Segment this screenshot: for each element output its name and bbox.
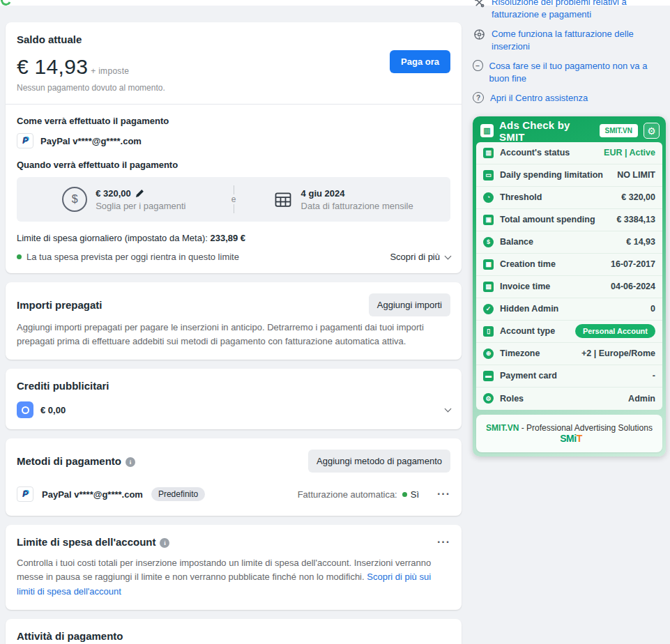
payment-when-title: Quando verrà effettuato il pagamento	[17, 160, 450, 170]
smit-logo-sm: SM	[560, 433, 574, 444]
help-link-label: Risoluzione dei problemi relativi a fatt…	[492, 0, 666, 20]
chevron-down-icon[interactable]	[445, 406, 452, 413]
methods-title: Metodi di pagamentoi	[17, 455, 135, 467]
row-label: Balance	[500, 237, 626, 247]
payment-method-name: PayPal v****@g****.com	[40, 136, 142, 146]
row-label: Account type	[500, 326, 575, 336]
billing-reel-icon	[473, 28, 485, 40]
activity-title: Attività di pagamento	[17, 630, 450, 642]
panel-row-account-status: ▥ Account's status EUR | Active	[476, 142, 662, 164]
add-payment-method-button[interactable]: Aggiungi metodo di pagamento	[308, 450, 450, 473]
panel-row-timezone: ⊕ Timezone +2 | Europe/Rome	[476, 343, 662, 365]
more-options-icon[interactable]: ···	[437, 540, 450, 544]
method-name: PayPal v****@g****.com	[42, 489, 143, 500]
payment-card-icon: ▬	[483, 371, 494, 381]
row-label: Account's status	[500, 148, 604, 158]
smit-footer-brand: SMIT.VN	[486, 423, 519, 433]
panel-row-threshold: ◔ Threshold € 320,00	[476, 187, 662, 209]
row-value: Admin	[628, 394, 655, 404]
help-link-troubleshooting[interactable]: Risoluzione dei problemi relativi a fatt…	[473, 0, 666, 20]
gear-icon[interactable]: ⚙	[644, 123, 660, 139]
id-card-icon: ▯	[483, 326, 494, 337]
help-link-how-billing-works[interactable]: Come funziona la fatturazione delle inse…	[473, 28, 666, 52]
info-icon[interactable]: i	[160, 538, 169, 548]
row-label: Creation time	[500, 259, 611, 269]
current-balance-card: Saldo attuale € 14,93+ imposte Nessun pa…	[6, 22, 462, 273]
panel-row-invoice-time: ▤ Invoice time 04-06-2024	[476, 276, 662, 298]
paypal-icon: P	[17, 133, 33, 148]
daily-limit-label: Limite di spesa giornaliero (impostato d…	[17, 233, 208, 243]
ads-check-body: ▥ Account's status EUR | Active ▭ Daily …	[476, 142, 662, 410]
balance-note: Nessun pagamento dovuto al momento.	[17, 83, 165, 93]
row-label: Payment card	[500, 371, 653, 381]
billing-date-label: Data di fatturazione mensile	[301, 201, 413, 211]
ads-check-title: Ads Check by SMIT	[499, 119, 594, 143]
smit-logo-t: T	[577, 433, 582, 444]
account-spend-limit-card: Limite di spesa dell'accounti ··· Contro…	[6, 525, 462, 609]
limit-description: Controlla i tuoi costi totali per inserz…	[17, 556, 450, 598]
payment-how-title: Come verrà effettuato il pagamento	[17, 116, 450, 126]
row-value: € 3384,13	[616, 215, 655, 224]
tools-icon	[473, 0, 485, 8]
balance-amount-suffix: + imposte	[91, 66, 129, 76]
limit-title: Limite di spesa dell'accounti	[17, 536, 169, 548]
green-status-dot	[17, 254, 22, 259]
row-label: Total amount spending	[500, 215, 616, 224]
wallet-icon: ▣	[483, 215, 494, 225]
panel-row-payment-card: ▬ Payment card -	[476, 365, 662, 388]
minus-circle-icon: −	[473, 60, 483, 71]
gauge-icon: ◔	[483, 192, 494, 203]
user-gear-icon: ⚙	[483, 393, 494, 404]
edit-pencil-icon[interactable]	[135, 189, 144, 198]
panel-row-total-spending: ▣ Total amount spending € 3384,13	[476, 209, 662, 231]
balance-amount: € 14,93+ imposte	[17, 55, 165, 79]
row-label: Hidden Admin	[500, 304, 650, 314]
row-label: Daily spending limitation	[500, 170, 617, 180]
row-value: 16-07-2017	[611, 259, 655, 269]
row-value: € 14,93	[626, 237, 655, 247]
panel-row-balance: $ Balance € 14,93	[476, 231, 662, 254]
auto-billing-value: Sì	[411, 489, 419, 500]
credits-title: Crediti pubblicitari	[17, 380, 450, 392]
chevron-down-icon	[445, 252, 452, 259]
help-sidebar: Risoluzione dei problemi relativi a fatt…	[473, 0, 666, 457]
info-icon[interactable]: i	[125, 457, 135, 467]
payment-methods-card: Metodi di pagamentoi Aggiungi metodo di …	[6, 438, 462, 516]
limit-title-text: Limite di spesa dell'account	[17, 536, 155, 548]
prepaid-funds-card: Importi prepagati Aggiungi importi Aggiu…	[6, 282, 462, 360]
row-value: 04-06-2024	[611, 282, 655, 291]
pay-now-button[interactable]: Paga ora	[390, 50, 450, 73]
row-value: +2 | Europe/Rome	[581, 348, 655, 358]
row-label: Roles	[500, 394, 628, 404]
calendar-icon	[273, 190, 293, 209]
smit-footer-text: - Professional Advertising Solutions	[521, 423, 653, 433]
row-value: € 320,00	[621, 192, 655, 202]
methods-title-text: Metodi di pagamento	[17, 455, 121, 467]
daily-limit-status: La tua spesa prevista per oggi rientra i…	[26, 252, 239, 262]
help-link-failed-payment[interactable]: − Cosa fare se il tuo pagamento non va a…	[473, 60, 666, 84]
smit-footer[interactable]: SMIT.VN - Professional Advertising Solut…	[476, 415, 662, 452]
panel-row-daily-limit: ▭ Daily spending limitation NO LIMIT	[476, 164, 662, 187]
row-value: -	[653, 371, 655, 381]
row-value: 0	[650, 304, 655, 314]
learn-more-toggle[interactable]: Scopri di più	[390, 252, 450, 262]
payment-schedule-box: $ € 320,00 Soglia per i pagamenti e	[17, 177, 450, 222]
more-options-icon[interactable]: ···	[437, 492, 450, 496]
panel-row-account-type: ▯ Account type Personal Account	[476, 321, 662, 343]
invoice-icon: ▤	[483, 282, 494, 292]
threshold-label: Soglia per i pagamenti	[96, 201, 185, 211]
panel-row-creation-time: ▦ Creation time 16-07-2017	[476, 254, 662, 276]
threshold-amount: € 320,00	[96, 188, 131, 199]
billing-main-column: Saldo attuale € 14,93+ imposte Nessun pa…	[6, 22, 462, 644]
smit-vn-badge[interactable]: SMIT.VN	[600, 124, 638, 137]
help-link-help-center[interactable]: ? Apri il Centro assistenza	[473, 92, 666, 105]
row-label: Timezone	[500, 348, 581, 358]
row-value: EUR | Active	[604, 148, 655, 158]
auto-billing-label: Fatturazione automatica:	[298, 489, 397, 500]
credits-amount: € 0,00	[40, 405, 433, 415]
question-circle-icon: ?	[473, 92, 484, 103]
dollar-circle-icon: $	[483, 237, 494, 247]
add-funds-button[interactable]: Aggiungi importi	[369, 293, 450, 316]
joiner: e	[231, 185, 236, 213]
ads-check-logo-icon: ▥	[480, 124, 494, 137]
